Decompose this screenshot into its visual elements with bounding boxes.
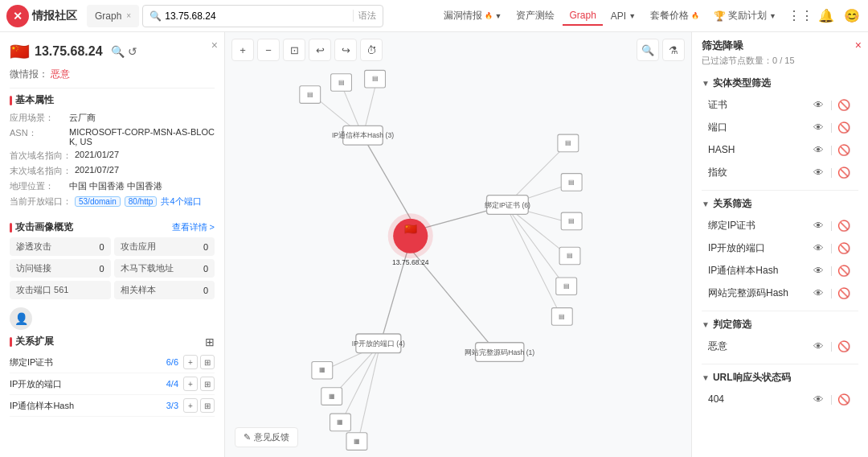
port-badge-2[interactable]: 80/http [125,196,158,207]
view-detail-link[interactable]: 查看详情 > [172,221,215,233]
right-panel-close-btn[interactable]: × [855,39,862,51]
prop-label-5: 当前开放端口： [10,196,72,208]
filter-divider-3 [702,364,858,364]
nav-reward[interactable]: 🏆 奖励计划 ▼ [707,6,783,26]
prop-row-2: 首次域名指向： 2021/01/27 [10,148,215,163]
attack-value-5: 0 [203,286,208,295]
entity-cert-eye[interactable]: 👁 [811,97,827,113]
nav-asset[interactable]: 资产测绘 [510,6,561,26]
relation-add-btn-0[interactable]: + [183,355,198,369]
relation-header: 关系扩展 ⊞ [0,335,224,352]
relation-group-header[interactable]: ▼ 关系筛选 [702,194,858,214]
relation-add-btn-1[interactable]: + [183,377,198,391]
nav-api[interactable]: API ▼ [604,7,642,25]
prop-value-5: 53/domain 80/http 共4个端口 [75,196,202,208]
rel-webhash-actions: 👁 | 🚫 [811,285,852,301]
expand-icon[interactable]: ⊞ [205,336,215,348]
url-404-hide[interactable]: 🚫 [836,391,852,407]
nav-price[interactable]: 套餐价格 🔥 [644,6,706,26]
syntax-btn[interactable]: 语法 [353,10,376,22]
entity-arrow-icon: ▼ [702,79,710,88]
logo-icon: ✕ [6,5,29,27]
entity-hash-hide[interactable]: 🚫 [836,142,852,158]
rel-hash-eye[interactable]: 👁 [811,262,827,278]
nav-vuln[interactable]: 漏洞情报 🔥 ▼ [437,6,509,26]
rel-hash-hide[interactable]: 🚫 [836,262,852,278]
history-btn[interactable]: ⏱ [360,39,383,61]
feedback-btn[interactable]: ✎ 意见反馈 [235,427,298,447]
url-arrow-icon: ▼ [702,373,710,382]
fit-btn[interactable]: ⊡ [283,39,305,61]
judge-arrow-icon: ▼ [702,320,710,329]
rel-port-eye[interactable]: 👁 [811,240,827,256]
relation-expand-btn-2[interactable]: ⊞ [200,398,215,413]
graph-filter-btn[interactable]: ⚗ [662,39,685,61]
svg-text:▤: ▤ [568,179,575,186]
micro-info: 微情报： 恶意 [0,66,224,88]
prop-label-3: 末次域名指向： [10,165,72,177]
relation-expand-btn-1[interactable]: ⊞ [200,377,215,391]
prop-label-4: 地理位置： [10,180,66,192]
judge-group-header[interactable]: ▼ 判定筛选 [702,315,858,335]
rel-cert-actions: 👁 | 🚫 [811,217,852,233]
relation-expand-btn-0[interactable]: ⊞ [200,355,215,369]
relation-icons-1: + ⊞ [183,377,215,391]
relation-title: 关系扩展 [10,335,54,348]
graph-tab[interactable]: Graph × [87,5,139,27]
rel-cert-eye[interactable]: 👁 [811,217,827,233]
svg-text:▦: ▦ [329,393,335,400]
svg-text:▤: ▤ [563,282,570,290]
entity-port-eye[interactable]: 👁 [811,119,827,135]
svg-text:▤: ▤ [372,75,379,82]
bell-icon[interactable]: 🔔 [817,6,836,26]
rel-webhash-eye[interactable]: 👁 [811,285,827,301]
entity-fingerprint-eye[interactable]: 👁 [811,164,827,180]
tab-close-btn[interactable]: × [126,11,131,20]
search-input[interactable] [165,10,350,22]
prop-row-3: 末次域名指向： 2021/07/27 [10,163,215,179]
entity-hash-eye[interactable]: 👁 [811,142,827,158]
judge-malicious-hide[interactable]: 🚫 [836,338,852,354]
url-404-eye[interactable]: 👁 [811,391,827,407]
nav-actions: 漏洞情报 🔥 ▼ 资产测绘 Graph API ▼ 套餐价格 🔥 🏆 奖励计划 … [387,6,862,26]
svg-line-11 [506,206,562,319]
rel-webhash-hide[interactable]: 🚫 [836,285,852,301]
entity-group-header[interactable]: ▼ 实体类型筛选 [702,73,858,93]
svg-text:🇨🇳: 🇨🇳 [404,223,418,236]
nav-graph[interactable]: Graph [563,6,602,26]
attack-label-0: 渗透攻击 [16,241,51,253]
undo-btn[interactable]: ↩ [309,39,331,61]
entity-cert-hide[interactable]: 🚫 [836,97,852,113]
graph-search-btn[interactable]: 🔍 [637,39,659,61]
left-panel-close-btn[interactable]: × [211,39,218,51]
port-link[interactable]: 共4个端口 [161,196,201,206]
attack-grid: 渗透攻击 0 攻击应用 0 访问链接 0 木马下载地址 0 攻击端口 561 相… [0,237,224,306]
filter-url-404: 404 👁 | 🚫 [702,388,858,410]
avatar-icon[interactable]: 😊 [842,6,862,26]
attack-label-3: 木马下载地址 [121,262,174,274]
url-group-header[interactable]: ▼ URL响应头状态码 [702,368,858,388]
ip-search-btn[interactable]: 🔍 [111,45,125,58]
attack-value-3: 0 [203,264,208,274]
rel-cert-hide[interactable]: 🚫 [836,217,852,233]
judge-malicious-eye[interactable]: 👁 [811,338,827,354]
relation-add-btn-2[interactable]: + [183,398,198,413]
port-badge-1[interactable]: 53/domain [75,196,121,207]
center-graph[interactable]: + − ⊡ ↩ ↪ ⏱ 🔍 ⚗ [225,32,691,457]
entity-filter-group: ▼ 实体类型筛选 证书 👁 | 🚫 端口 👁 | 🚫 [702,73,858,183]
logo-text: 情报社区 [32,9,77,23]
relation-item-2: IP通信样本Hash 3/3 + ⊞ [10,395,215,417]
redo-btn[interactable]: ↪ [334,39,357,61]
relation-list: 绑定IP证书 6/6 + ⊞ IP开放的端口 4/4 + ⊞ IP通信样本Has… [0,352,224,417]
rel-port-label: IP开放的端口 [708,241,811,255]
entity-fingerprint-hide[interactable]: 🚫 [836,164,852,180]
price-icon: 🔥 [691,12,699,19]
logo[interactable]: ✕ 情报社区 [6,5,77,27]
ip-refresh-btn[interactable]: ↺ [128,45,137,58]
entity-port-hide[interactable]: 🚫 [836,119,852,135]
rel-port-hide[interactable]: 🚫 [836,240,852,256]
graph-toolbar-left: + − ⊡ ↩ ↪ ⏱ [231,39,383,61]
grid-icon[interactable]: ⋮⋮ [791,6,810,26]
zoom-in-btn[interactable]: + [231,39,254,61]
zoom-out-btn[interactable]: − [257,39,280,61]
